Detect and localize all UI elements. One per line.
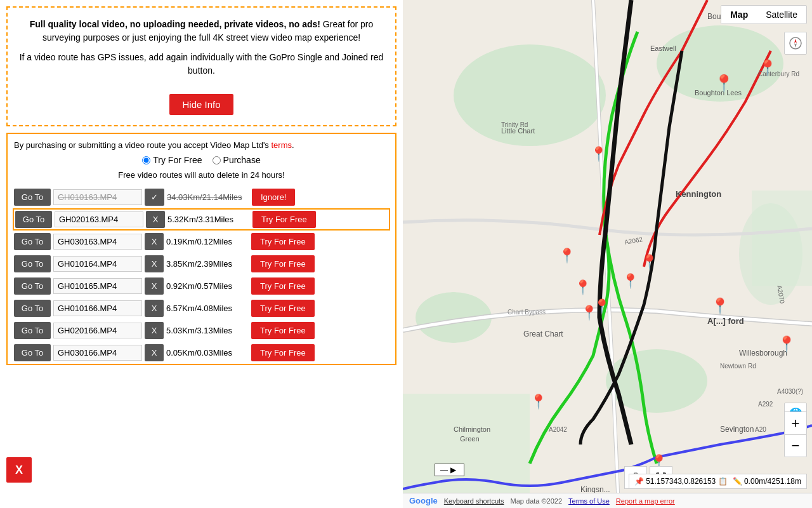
goto-button-r8[interactable]: Go To — [14, 344, 51, 361]
svg-text:Newtown Rd: Newtown Rd — [720, 363, 756, 370]
goto-button-r4[interactable]: Go To — [14, 255, 51, 272]
coords-bar: 📌 51.157343,0.826153 📋 ✏️ 0.00m/4251.18m — [629, 474, 807, 489]
goto-button-r5[interactable]: Go To — [14, 277, 51, 295]
route-row-r5: Go ToX0.92Km/0.57MilesTry For Free — [14, 275, 389, 297]
hide-info-button[interactable]: Hide Info — [169, 94, 233, 115]
file-input-r8[interactable] — [53, 345, 142, 361]
goto-button-r2[interactable]: Go To — [15, 211, 52, 228]
tryfree-button-r2[interactable]: Try For Free — [252, 211, 316, 228]
distance-label-r4: 3.85Km/2.39Miles — [166, 259, 249, 269]
distance-label-r7: 5.03Km/3.13Miles — [166, 326, 249, 335]
route-row-r2: Go ToX5.32Km/3.31MilesTry For Free — [13, 208, 390, 231]
info-text: Full quality local video, no uploading n… — [18, 18, 385, 44]
x-button-r5[interactable]: X — [145, 277, 164, 295]
distance-label-r5: 0.92Km/0.57Miles — [166, 281, 249, 291]
tryfree-button-r8[interactable]: Try For Free — [251, 344, 315, 361]
x-button-r3[interactable]: X — [145, 233, 164, 250]
svg-text:📍: 📍 — [558, 247, 576, 264]
file-input-r2[interactable] — [55, 211, 143, 227]
coords-value: 51.157343,0.826153 — [646, 477, 716, 486]
tryfree-button-r7[interactable]: Try For Free — [251, 322, 315, 339]
x-button-r6[interactable]: X — [145, 300, 164, 317]
scale-bar: — ▶ — [435, 464, 464, 476]
svg-text:Kennington: Kennington — [676, 189, 721, 199]
svg-text:A[...] ford: A[...] ford — [707, 316, 744, 326]
coords-text: 📌 51.157343,0.826153 📋 — [634, 477, 728, 486]
radio-purchase-input[interactable] — [213, 156, 221, 164]
map-type-map-button[interactable]: Map — [721, 6, 757, 23]
svg-text:Green: Green — [460, 435, 480, 443]
goto-button-r6[interactable]: Go To — [14, 300, 51, 317]
distance-value: 0.00m/4251.18m — [744, 477, 801, 486]
svg-text:Chart Bypass: Chart Bypass — [508, 309, 546, 316]
file-input-r5[interactable] — [53, 278, 142, 294]
purchase-panel: By purchasing or submitting a video rout… — [6, 133, 396, 365]
info-box: Full quality local video, no uploading n… — [6, 6, 396, 126]
gps-text: If a video route has GPS issues, add aga… — [18, 51, 385, 77]
svg-text:📍: 📍 — [777, 335, 796, 353]
file-input-r3[interactable] — [53, 234, 142, 250]
map-area: Boughton Eastwell Boughton Lees Kenningt… — [403, 0, 812, 508]
svg-text:Great Chart: Great Chart — [523, 330, 563, 338]
distance-label-r3: 0.19Km/0.12Miles — [166, 237, 249, 246]
goto-button-r7[interactable]: Go To — [14, 322, 51, 339]
radio-purchase-text: Purchase — [223, 155, 261, 165]
radio-free-label[interactable]: Try For Free — [142, 155, 202, 165]
file-input-r6[interactable] — [53, 300, 142, 316]
left-panel: Full quality local video, no uploading n… — [0, 0, 403, 508]
zoom-in-button[interactable]: + — [784, 411, 807, 434]
distance-label-r2: 5.32Km/3.31Miles — [167, 215, 250, 224]
map-data: Map data ©2022 — [511, 497, 563, 505]
zoom-out-button[interactable]: − — [784, 434, 807, 457]
x-button-r2[interactable]: X — [146, 211, 165, 228]
map-type-controls: Map Satellite — [721, 5, 807, 24]
svg-text:A2042: A2042 — [549, 426, 567, 433]
svg-text:Little Chart: Little Chart — [501, 127, 535, 135]
tryfree-button-r5[interactable]: Try For Free — [251, 277, 315, 295]
x-button-r8[interactable]: X — [145, 344, 164, 361]
map-type-satellite-button[interactable]: Satellite — [757, 6, 806, 23]
keyboard-shortcuts[interactable]: Keyboard shortcuts — [444, 497, 504, 505]
svg-rect-7 — [403, 394, 530, 508]
x-button-r4[interactable]: X — [145, 255, 164, 272]
ignore-button-r1[interactable]: Ignore! — [252, 189, 295, 206]
scale-arrow: ▶ — [450, 465, 456, 474]
bottom-bar: Google Keyboard shortcuts Map data ©2022… — [403, 493, 812, 508]
google-logo: Google — [409, 496, 438, 505]
x-button[interactable]: X — [6, 457, 32, 483]
svg-text:📍: 📍 — [758, 58, 777, 77]
distance-label-r6: 6.57Km/4.08Miles — [166, 304, 249, 313]
zoom-controls: + − — [784, 411, 807, 457]
svg-text:📍: 📍 — [622, 272, 639, 290]
goto-button-r3[interactable]: Go To — [14, 233, 51, 250]
tryfree-button-r3[interactable]: Try For Free — [251, 233, 315, 250]
file-input-r1[interactable] — [53, 189, 142, 205]
terms-text: By purchasing or submitting a video rout… — [14, 140, 271, 150]
file-input-r7[interactable] — [53, 323, 142, 338]
tryfree-button-r4[interactable]: Try For Free — [251, 255, 315, 272]
edit-icon: ✏️ — [733, 477, 742, 486]
svg-text:A292: A292 — [758, 401, 773, 408]
svg-text:📍: 📍 — [574, 279, 592, 296]
file-input-r4[interactable] — [53, 256, 142, 272]
compass-button[interactable] — [784, 32, 807, 55]
radio-free-input[interactable] — [142, 156, 150, 164]
coords-copy[interactable]: 📋 — [718, 477, 728, 486]
distance-label-r8: 0.05Km/0.03Miles — [166, 348, 249, 358]
x-button-r7[interactable]: X — [145, 322, 164, 339]
check-button-r1[interactable]: ✓ — [145, 189, 164, 206]
report-error[interactable]: Report a map error — [616, 497, 675, 505]
tryfree-button-r6[interactable]: Try For Free — [251, 300, 315, 317]
route-row-r1: Go To✓34.03Km/21.14MilesIgnore! — [14, 186, 389, 208]
radio-purchase-label[interactable]: Purchase — [213, 155, 261, 165]
terms-link[interactable]: terms — [271, 140, 292, 150]
distance-overlay: ✏️ 0.00m/4251.18m — [733, 477, 801, 486]
info-bold: Full quality local video, no uploading n… — [30, 19, 320, 29]
route-row-r4: Go ToX3.85Km/2.39MilesTry For Free — [14, 253, 389, 275]
svg-text:Sevington: Sevington — [720, 425, 754, 434]
svg-text:📍: 📍 — [710, 297, 730, 315]
goto-button-r1[interactable]: Go To — [14, 189, 51, 206]
terms-of-use[interactable]: Terms of Use — [568, 497, 610, 505]
radio-free-text: Try For Free — [153, 155, 202, 165]
svg-text:Eastwell: Eastwell — [650, 44, 676, 52]
